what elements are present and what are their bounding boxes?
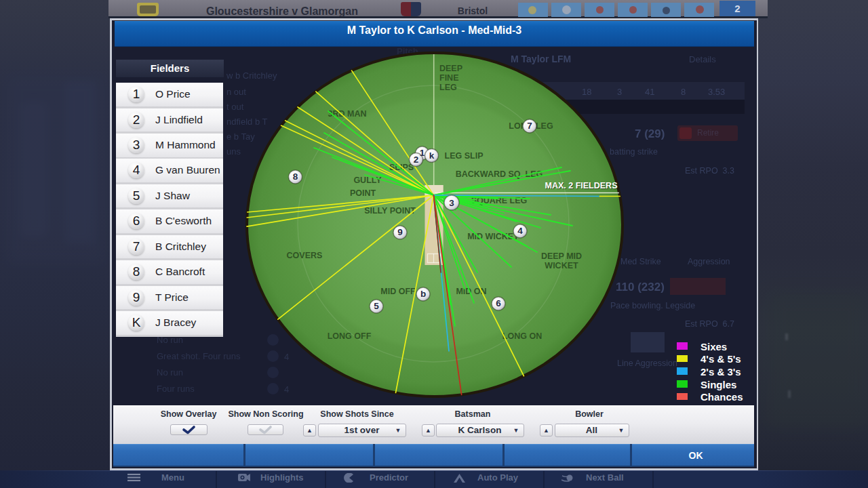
- svg-text:b: b: [420, 289, 426, 299]
- svg-text:5: 5: [374, 301, 379, 311]
- svg-text:LEG: LEG: [439, 83, 457, 92]
- svg-text:4: 4: [517, 226, 523, 236]
- svg-text:GULLY: GULLY: [353, 176, 382, 185]
- svg-text:k: k: [429, 150, 435, 161]
- svg-text:LONG OFF: LONG OFF: [328, 331, 372, 341]
- svg-text:DEEP: DEEP: [439, 64, 462, 73]
- svg-text:7: 7: [527, 121, 532, 131]
- svg-text:9: 9: [397, 227, 403, 237]
- svg-text:8: 8: [293, 171, 298, 182]
- svg-text:3: 3: [449, 198, 454, 208]
- svg-text:SILLY POINT: SILLY POINT: [364, 206, 416, 216]
- svg-text:POINT: POINT: [350, 188, 376, 198]
- svg-text:MID OFF: MID OFF: [380, 287, 416, 296]
- svg-text:1: 1: [420, 148, 425, 158]
- svg-text:MAX. 2 FIELDERS: MAX. 2 FIELDERS: [545, 181, 618, 190]
- svg-text:FINE: FINE: [439, 73, 458, 83]
- svg-text:COVERS: COVERS: [287, 251, 323, 260]
- svg-text:2: 2: [414, 155, 419, 165]
- svg-text:3RD MAN: 3RD MAN: [328, 109, 367, 119]
- svg-text:6: 6: [496, 298, 501, 308]
- svg-text:WICKET: WICKET: [545, 261, 578, 270]
- svg-text:DEEP MID: DEEP MID: [541, 251, 582, 261]
- svg-text:LEG SLIP: LEG SLIP: [445, 151, 484, 161]
- svg-text:LONG ON: LONG ON: [502, 331, 542, 341]
